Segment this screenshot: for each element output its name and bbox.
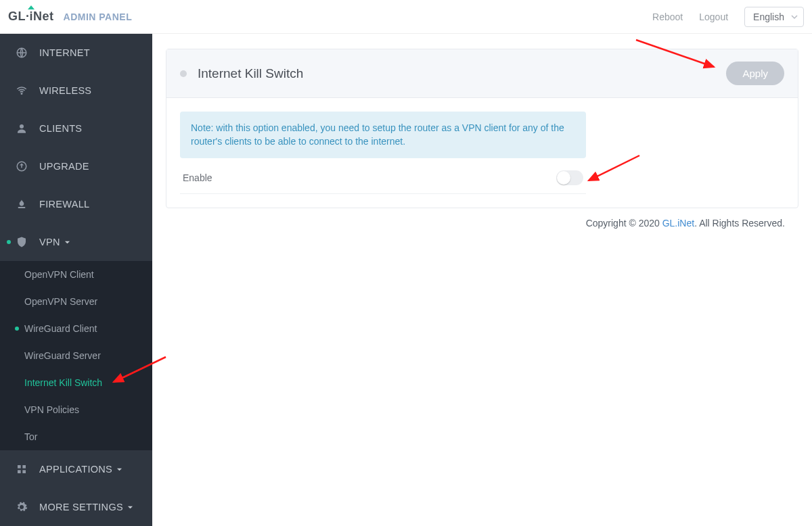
main-content: Internet Kill Switch Apply Note: with th… (152, 34, 812, 526)
enable-row: Enable (180, 158, 586, 194)
caret-down-icon (116, 464, 122, 475)
note-alert: Note: with this option enabled, you need… (180, 112, 586, 158)
submenu-wireguard-client[interactable]: WireGuard Client (0, 315, 152, 342)
footer-link[interactable]: GL.iNet (662, 218, 694, 229)
kill-switch-panel: Internet Kill Switch Apply Note: with th… (166, 49, 798, 208)
sidebar-item-label: MORE SETTINGS (39, 502, 123, 512)
submenu-label: Internet Kill Switch (24, 377, 102, 388)
status-dot-off (180, 70, 187, 77)
sidebar-item-label: INTERNET (39, 47, 90, 58)
submenu-label: VPN Policies (24, 404, 79, 415)
sidebar-item-label: UPGRADE (39, 161, 89, 172)
language-value: English (753, 11, 784, 22)
sidebar-item-internet[interactable]: INTERNET (0, 34, 152, 72)
footer-prefix: Copyright © 2020 (586, 218, 662, 229)
reboot-link[interactable]: Reboot (652, 11, 683, 22)
status-dot-on (15, 327, 19, 331)
submenu-label: OpenVPN Server (24, 296, 97, 307)
logo-text: GL·iNet (8, 9, 54, 24)
user-icon (15, 122, 28, 135)
vpn-submenu: OpenVPN Client OpenVPN Server WireGuard … (0, 261, 152, 450)
firewall-icon (15, 197, 28, 211)
svg-rect-7 (18, 470, 21, 473)
svg-rect-5 (18, 465, 21, 469)
sidebar: INTERNET WIRELESS CLIENTS UPGRADE (0, 34, 152, 526)
submenu-openvpn-client[interactable]: OpenVPN Client (0, 261, 152, 288)
upload-icon (15, 160, 28, 173)
footer-suffix: . All Rights Reserved. (694, 218, 785, 229)
submenu-label: WireGuard Server (24, 350, 101, 361)
header: GL·iNet ADMIN PANEL Reboot Logout Englis… (0, 0, 812, 34)
sidebar-item-label: VPN (39, 237, 60, 247)
svg-point-1 (21, 93, 22, 95)
sidebar-item-upgrade[interactable]: UPGRADE (0, 147, 152, 185)
enable-toggle[interactable] (556, 170, 583, 185)
enable-label: Enable (183, 172, 212, 183)
svg-point-2 (20, 124, 24, 128)
shield-icon (15, 235, 28, 249)
submenu-openvpn-server[interactable]: OpenVPN Server (0, 288, 152, 315)
admin-panel-label: ADMIN PANEL (64, 11, 133, 22)
submenu-label: Tor (24, 431, 37, 442)
sidebar-item-label: WIRELESS (39, 85, 91, 96)
submenu-tor[interactable]: Tor (0, 423, 152, 450)
caret-down-icon (127, 502, 133, 512)
chevron-down-icon (791, 14, 798, 20)
logout-link[interactable]: Logout (699, 11, 728, 22)
apply-button[interactable]: Apply (726, 62, 784, 85)
sidebar-item-label: CLIENTS (39, 123, 82, 134)
submenu-internet-kill-switch[interactable]: Internet Kill Switch (0, 369, 152, 396)
sidebar-item-firewall[interactable]: FIREWALL (0, 185, 152, 223)
sidebar-item-label: APPLICATIONS (39, 464, 112, 475)
submenu-wireguard-server[interactable]: WireGuard Server (0, 342, 152, 369)
submenu-label: WireGuard Client (24, 323, 97, 334)
language-select[interactable]: English (744, 7, 804, 27)
page-title: Internet Kill Switch (198, 66, 303, 81)
globe-icon (15, 46, 28, 59)
submenu-label: OpenVPN Client (24, 269, 94, 280)
sidebar-item-label: FIREWALL (39, 199, 89, 210)
toggle-knob (557, 171, 570, 185)
logo: GL·iNet ADMIN PANEL (8, 9, 132, 24)
wifi-icon (15, 84, 28, 97)
sidebar-item-clients[interactable]: CLIENTS (0, 110, 152, 147)
submenu-vpn-policies[interactable]: VPN Policies (0, 396, 152, 423)
status-dot-on (7, 240, 11, 244)
gear-icon (15, 500, 28, 514)
apps-icon (15, 462, 28, 476)
footer: Copyright © 2020 GL.iNet. All Rights Res… (166, 208, 798, 238)
panel-header: Internet Kill Switch Apply (166, 49, 798, 98)
sidebar-item-wireless[interactable]: WIRELESS (0, 72, 152, 110)
caret-down-icon (64, 237, 70, 247)
svg-rect-6 (22, 465, 26, 469)
svg-rect-8 (22, 470, 26, 473)
sidebar-item-more-settings[interactable]: MORE SETTINGS (0, 488, 152, 526)
sidebar-item-vpn[interactable]: VPN (0, 223, 152, 261)
sidebar-item-applications[interactable]: APPLICATIONS (0, 450, 152, 488)
svg-rect-4 (18, 207, 26, 208)
